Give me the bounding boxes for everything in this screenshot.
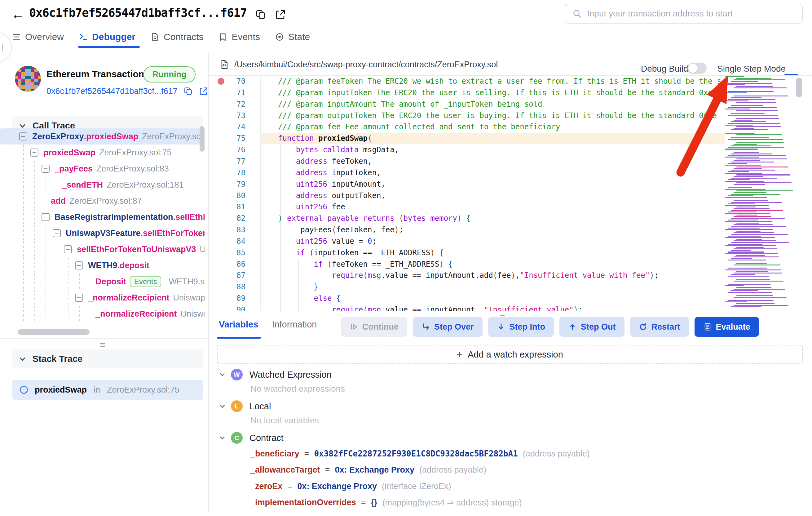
minimap-line [736,247,764,248]
tab-events[interactable]: Events [218,27,260,47]
call-trace-row[interactable]: DepositEventsWETH9.sol [0,273,205,290]
editor-minimap[interactable] [725,76,793,310]
call-trace-row[interactable]: _normalizeRecipientUniswapV3Feature.sol [0,306,205,322]
line-number: 81 [214,201,245,213]
minimap-line [733,281,783,281]
minimap-line [728,115,778,116]
call-trace-row[interactable]: _normalizeRecipientUniswapV3Feature.sol [0,290,205,306]
collapse-icon[interactable] [64,245,72,253]
tab-variables[interactable]: Variables [219,319,258,330]
address-external-link-icon[interactable] [199,86,209,96]
function-name: _normalizeRecipient [95,309,177,319]
search-input[interactable] [587,9,785,19]
sidebar-resize-handle[interactable]: = [100,341,105,350]
minimap-line [731,258,752,259]
code-line: 79 uint256 inputAmount, [209,179,812,190]
call-trace-label: addZeroExProxy.sol:87 [51,193,142,209]
breakpoint-dot[interactable] [218,78,224,85]
chevron-down-icon[interactable] [220,403,225,408]
token: address [296,157,327,166]
tab-information[interactable]: Information [272,319,317,330]
section-contract[interactable]: CContract [221,431,284,445]
token: ) [439,260,448,269]
function-name: .sellEthForToken [173,212,205,222]
tab-contracts[interactable]: Contracts [150,27,203,47]
variable-type: (address payable) [419,465,486,475]
call-trace-row[interactable]: _sendETHZeroExProxy.sol:181 [0,177,205,193]
call-trace-row[interactable]: proxiedSwapZeroExProxy.sol:75 [0,144,205,161]
chevron-down-icon[interactable] [20,355,25,361]
copy-icon[interactable] [255,9,266,21]
token: ; [578,305,582,311]
stack-frame-row[interactable]: proxiedSwap in ZeroExProxy.sol:75 [12,380,203,400]
plus-icon: + [457,349,463,360]
chevron-down-icon[interactable] [220,434,225,439]
stack-trace-header[interactable]: Stack Trace [12,350,203,368]
call-trace-row[interactable]: sellEthForTokenToUniswapV3UniswapV3Featu… [0,241,205,257]
indent-guide [34,257,35,273]
code-line: 71/// @param inputToken The ERC20 the us… [209,87,812,99]
token: _payFees [278,225,331,234]
token: msg [368,305,381,311]
chevron-down-icon[interactable] [20,122,25,128]
step-over-button[interactable]: Step Over [413,317,483,337]
token: else [314,294,336,303]
call-trace-vertical-scrollbar[interactable] [200,126,205,152]
section-title: Watched Expression [250,370,331,380]
indent-guide [34,306,35,322]
call-trace-row[interactable]: addZeroExProxy.sol:87 [0,193,205,209]
call-trace-label: DepositEventsWETH9.sol [95,273,205,290]
call-trace-row[interactable]: BaseRegistrarImplementation.sellEthForTo… [0,209,205,225]
step-out-button[interactable]: Step Out [559,317,625,337]
call-trace-row[interactable]: ZeroExProxy.proxiedSwapZeroExProxy.sol:7… [0,128,205,144]
code-text: } [278,281,725,293]
section-watched-expression[interactable]: WWatched Expression [221,368,331,381]
code-text: uint256 inputAmount, [278,179,725,190]
source-location: ZeroExProxy.sol:83 [96,164,169,174]
token [278,237,296,246]
call-trace-row[interactable]: _payFeesZeroExProxy.sol:83 [0,161,205,177]
indent-guide [34,209,35,225]
minimap-line [725,131,793,132]
debug-build-toggle[interactable] [688,63,707,74]
token: outputToken, [327,191,385,200]
back-arrow-icon[interactable]: ← [11,7,25,21]
tab-overview[interactable]: Overview [12,27,64,47]
token: uint256 [296,202,327,211]
chevron-down-icon[interactable] [220,371,225,376]
collapse-icon[interactable] [19,132,27,140]
restart-button[interactable]: Restart [630,317,689,337]
collapse-icon[interactable] [53,229,61,237]
step-into-button[interactable]: Step Into [488,317,554,337]
edge-peek-button[interactable] [0,32,12,62]
continue-button[interactable]: Continue [341,317,407,337]
tab-debugger[interactable]: Debugger [79,27,136,47]
minimap-line [728,163,747,164]
collapse-icon[interactable] [41,165,50,173]
tab-state[interactable]: State [275,27,310,47]
token: external payable returns [287,214,399,223]
minimap-line [728,236,761,237]
source-location: UniswapV3Feature.sol [173,293,205,303]
editor-scrollbar[interactable] [796,78,802,98]
collapse-icon[interactable] [75,262,83,269]
external-link-icon[interactable] [274,9,286,21]
call-trace-row[interactable]: WETH9.deposit [0,257,205,273]
section-local[interactable]: LLocal [221,400,271,413]
call-trace-horizontal-scrollbar[interactable] [18,329,90,335]
minimap-line [725,173,762,174]
address-copy-icon[interactable] [183,86,193,96]
indent-guide [23,144,24,161]
variable-name: _zeroEx [251,482,283,491]
source-location: UniswapV3Feature.sol [181,309,205,319]
call-trace-row[interactable]: UniswapV3Feature.sellEthForToken [0,225,205,241]
evaluate-button[interactable]: Evaluate [695,317,759,337]
add-watch-expression[interactable]: + Add a watch expression [217,345,803,364]
collapse-icon[interactable] [41,213,50,221]
variable-value: {} [371,498,377,507]
minimap-line [728,139,783,140]
transaction-address-link[interactable]: 0x6c1fb7ef5265447d1baff3cf...f617 [47,86,178,96]
collapse-icon[interactable] [75,294,83,302]
minimap-line [731,162,774,162]
collapse-icon[interactable] [30,148,38,157]
